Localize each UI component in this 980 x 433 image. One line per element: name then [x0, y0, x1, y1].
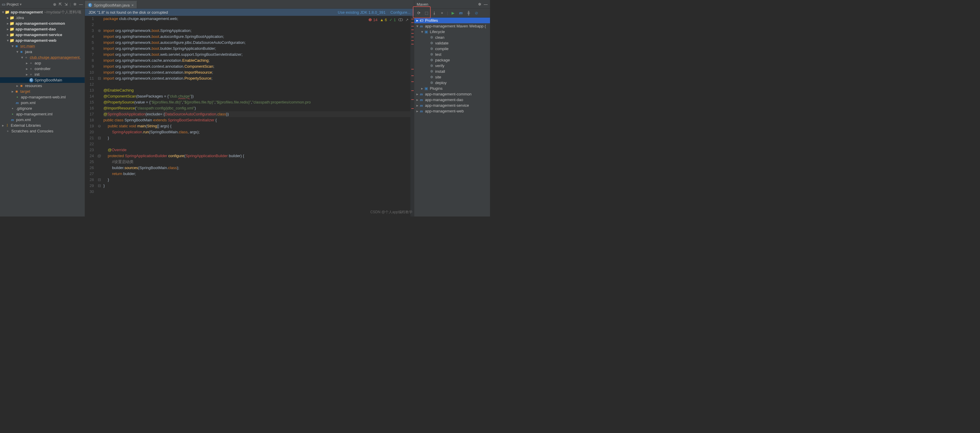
tab-springbootmain[interactable]: C SpringBootMain.java ×	[85, 1, 137, 8]
project-title[interactable]: Project	[6, 2, 19, 6]
maven-goal-site[interactable]: ✲site	[414, 74, 490, 80]
module-web[interactable]: app-management-web	[16, 38, 56, 43]
file-gitignore[interactable]: .gitignore	[16, 106, 32, 111]
maven-goal-deploy[interactable]: ✲deploy	[414, 80, 490, 86]
file-root-pom[interactable]: pom.xml	[16, 118, 31, 122]
inspection-widget[interactable]: ❶ 14 ▲ 6 ✓ 1 ↀ ↗	[367, 17, 410, 23]
generate-sources-icon[interactable]: ⬚	[424, 10, 429, 16]
package-init[interactable]: init	[35, 72, 40, 76]
external-libraries[interactable]: External Libraries	[11, 123, 41, 127]
folder-target[interactable]: target	[20, 89, 30, 94]
code-editor[interactable]: ❶ 14 ▲ 6 ✓ 1 ↀ ↗ 12345678910111213141516…	[85, 16, 414, 216]
hide-icon[interactable]: —	[484, 2, 488, 6]
package-controller[interactable]: controller	[35, 67, 50, 71]
fold-column[interactable]: ⊕⊟⊖⊟@⊟⊟	[97, 16, 102, 216]
line-numbers: 1234567891011121314151617181920212223242…	[85, 16, 97, 216]
add-project-icon[interactable]: +	[439, 10, 445, 16]
maven-goal-clean[interactable]: ✲clean	[414, 35, 490, 40]
error-stripe[interactable]	[410, 16, 414, 216]
maven-toolbar: ⟳ ⬚ ⭳ + | ▶ m ╫ ⊘	[414, 9, 490, 18]
hide-icon[interactable]: —	[79, 2, 83, 6]
project-tool-window: ▭ Project ▾ ⊕ ⇱ ⇲ | ✲ — ▾📁app-management…	[0, 0, 85, 216]
use-jdk-link[interactable]: Use existing JDK 1.8.0_391	[338, 10, 385, 14]
maven-lifecycle[interactable]: Lifecycle	[430, 30, 445, 34]
folder-src-main[interactable]: src.main	[20, 44, 35, 48]
file-web-iml[interactable]: app-management-web.iml	[21, 95, 65, 99]
file-web-pom[interactable]: pom.xml	[21, 100, 35, 105]
project-header: ▭ Project ▾ ⊕ ⇱ ⇲ | ✲ —	[0, 0, 85, 9]
class-springbootmain[interactable]: SpringBootMain	[35, 78, 62, 82]
package-aop[interactable]: aop	[35, 61, 41, 65]
skip-tests-icon[interactable]: ⊘	[474, 10, 479, 16]
settings-icon[interactable]: ✲	[478, 2, 481, 6]
project-root[interactable]: app-management	[11, 10, 43, 14]
dropdown-icon[interactable]: ▾	[20, 2, 22, 6]
jdk-warning-text: JDK "1.8" is not found on the disk or co…	[89, 10, 168, 14]
folder-resources[interactable]: resources	[25, 83, 42, 88]
execute-goal-icon[interactable]: m	[458, 10, 463, 16]
module-dao[interactable]: app-management-dao	[16, 27, 56, 31]
folder-java[interactable]: java	[25, 49, 32, 54]
download-icon[interactable]: ⭳	[431, 10, 437, 16]
tab-label: SpringBootMain.java	[94, 3, 130, 8]
toggle-offline-icon[interactable]: ╫	[466, 10, 471, 16]
reload-icon[interactable]: ⟳	[416, 10, 422, 16]
maven-module[interactable]: ▸mapp-management-service	[414, 103, 490, 108]
settings-icon[interactable]: ✲	[73, 2, 76, 6]
maven-root-app[interactable]: app-management Maven Webapp (	[425, 24, 486, 28]
module-common[interactable]: app-management-common	[16, 21, 65, 25]
maven-header: Maven ✲ —	[414, 0, 490, 9]
project-view-icon[interactable]: ▭	[2, 2, 5, 6]
file-root-iml[interactable]: app-management.iml	[16, 112, 52, 116]
maven-goal-validate[interactable]: ✲validate	[414, 40, 490, 46]
maven-plugins[interactable]: Plugins	[430, 86, 442, 91]
maven-module[interactable]: ▸mapp-management-web	[414, 108, 490, 114]
editor-tabs: C SpringBootMain.java ×	[85, 0, 414, 9]
code-content[interactable]: package club.chuige.appmanagement.web;im…	[102, 16, 410, 216]
maven-goal-test[interactable]: ✲test	[414, 52, 490, 57]
maven-profiles[interactable]: Profiles	[425, 18, 438, 23]
maven-module[interactable]: ▸mapp-management-common	[414, 91, 490, 97]
configure-jdk-link[interactable]: Configure...	[390, 10, 410, 14]
jdk-notification-bar: JDK "1.8" is not found on the disk or co…	[85, 9, 414, 16]
module-service[interactable]: app-management-service	[16, 32, 62, 37]
expand-all-icon[interactable]: ⇱	[59, 2, 62, 6]
run-icon[interactable]: ▶	[450, 10, 456, 16]
maven-goal-install[interactable]: ✲install	[414, 68, 490, 74]
maven-goal-package[interactable]: ✲package	[414, 57, 490, 63]
maven-title: Maven	[417, 2, 428, 6]
editor-area: C SpringBootMain.java × JDK "1.8" is not…	[85, 0, 414, 216]
maven-goal-compile[interactable]: ✲compile	[414, 46, 490, 52]
select-opened-file-icon[interactable]: ⊕	[53, 2, 56, 6]
watermark: CSDN @个人app编程教学	[370, 210, 412, 215]
maven-goal-verify[interactable]: ✲verify	[414, 63, 490, 68]
scratches[interactable]: Scratches and Consoles	[11, 129, 53, 133]
maven-tree[interactable]: ▸🏷Profiles ▾mapp-management Maven Webapp…	[414, 18, 490, 216]
package-root[interactable]: club.chuige.appmanagement.	[30, 55, 81, 60]
close-icon[interactable]: ×	[132, 3, 134, 8]
maven-tool-window: Maven ✲ — ⟳ ⬚ ⭳ + | ▶ m ╫ ⊘ ▸🏷Profiles ▾…	[414, 0, 490, 216]
collapse-all-icon[interactable]: ⇲	[64, 2, 68, 6]
maven-module[interactable]: ▸mapp-management-dao	[414, 97, 490, 103]
folder-idea[interactable]: .idea	[16, 16, 24, 20]
project-tree[interactable]: ▾📁app-management ~/mydata/个人资料/项 ▸📁.idea…	[0, 9, 85, 216]
